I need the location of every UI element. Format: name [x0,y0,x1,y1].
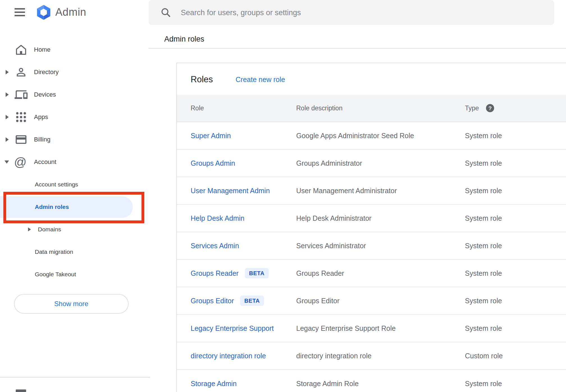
column-header-type: Type [465,104,479,112]
role-link[interactable]: Legacy Enterprise Support [191,324,274,332]
role-description: Services Administrator [296,242,366,250]
sidebar-item-label: Apps [34,113,48,121]
table-row: Groups Editor BETA Groups Editor System … [177,287,566,315]
devices-icon [15,88,28,101]
role-type: System role [465,324,502,332]
sidebar-item-label: Devices [34,91,56,98]
role-link[interactable]: Super Admin [191,132,231,140]
sidebar-item-label: Home [34,46,51,53]
table-header-row: Role Role description Type ? [177,95,566,122]
table-row: User Management Admin User Management Ad… [177,177,566,205]
sidebar-item-devices[interactable]: Devices [0,83,149,106]
table-row: Groups Reader BETA Groups Reader System … [177,260,566,287]
role-link[interactable]: User Management Admin [191,187,270,195]
sidebar-item-account-settings[interactable]: Account settings [0,173,149,196]
chevron-right-icon [6,137,9,142]
chevron-right-icon [6,92,9,97]
help-icon[interactable]: ? [486,104,494,112]
show-more-button[interactable]: Show more [14,294,129,314]
role-type: System role [465,269,502,277]
sidebar-subitem-label: Domains [38,226,61,233]
sidebar-item-home[interactable]: Home [0,38,149,61]
sidebar-subitem-label: Data migration [35,249,73,255]
sidebar-item-apps[interactable]: Apps [0,106,149,128]
chevron-right-icon [6,70,9,74]
sidebar-item-domains[interactable]: Domains [0,218,149,241]
sidebar-item-label: Billing [34,136,51,143]
role-type: System role [465,380,502,388]
at-sign-icon: @ [14,155,27,169]
person-icon [15,66,28,79]
role-type: System role [465,132,502,140]
breadcrumb: Admin roles [164,34,204,44]
hamburger-menu-icon[interactable] [15,8,25,16]
role-link[interactable]: Help Desk Admin [191,214,245,222]
sidebar-subitem-label: Admin roles [35,204,69,210]
role-link[interactable]: Groups Reader [191,269,239,277]
apps-grid-icon [15,111,28,124]
sidebar-subitem-label: Account settings [35,181,78,188]
header-divider [149,48,566,49]
beta-badge: BETA [240,296,264,306]
show-more-label: Show more [54,300,88,308]
chevron-right-icon [28,227,31,231]
sidebar: Admin Home Directory [0,0,149,392]
beta-badge: BETA [245,268,269,279]
table-row: Help Desk Admin Help Desk Administrator … [177,205,566,232]
role-link[interactable]: Groups Editor [191,297,234,305]
role-link[interactable]: directory integration role [191,352,266,360]
role-link[interactable]: Services Admin [191,242,239,250]
role-link[interactable]: Groups Admin [191,159,235,167]
table-row: Legacy Enterprise Support Legacy Enterpr… [177,315,566,342]
table-row: Groups Admin Groups Administrator System… [177,150,566,177]
admin-console-screen: Admin Home Directory [0,0,566,392]
table-row: Services Admin Services Administrator Sy… [177,232,566,260]
chevron-right-icon [6,115,9,119]
chevron-down-icon [4,161,9,164]
search-bar[interactable] [149,0,554,25]
role-description: Legacy Enterprise Support Role [296,324,396,332]
role-type: System role [465,297,502,305]
column-header-role: Role [191,104,204,112]
app-title: Admin [55,6,86,18]
role-description: Storage Admin Role [296,380,359,388]
role-description: Groups Reader [296,269,344,277]
page-title: Roles [191,74,213,85]
role-description: User Management Administrator [296,187,397,195]
sidebar-item-admin-roles[interactable]: Admin roles [0,196,149,218]
role-description: Help Desk Administrator [296,214,371,222]
role-type: System role [465,214,502,222]
home-icon [15,43,28,56]
admin-logo-icon [36,4,51,20]
role-description: directory integration role [296,352,371,360]
sidebar-bottom-divider [0,377,150,378]
role-type: System role [465,159,502,167]
sidebar-item-label: Account [34,158,56,166]
sidebar-item-data-migration[interactable]: Data migration [0,241,149,263]
table-row: Storage Admin Storage Admin Role System … [177,370,566,392]
sidebar-item-directory[interactable]: Directory [0,61,149,83]
role-type: System role [465,187,502,195]
sidebar-item-google-takeout[interactable]: Google Takeout [0,263,149,286]
create-new-role-link[interactable]: Create new role [236,76,285,84]
sidebar-item-billing[interactable]: Billing [0,128,149,151]
role-type: System role [465,242,502,250]
table-row: Super Admin Google Apps Administrator Se… [177,122,566,150]
sidebar-item-account[interactable]: @ Account [0,151,149,173]
roles-card: Roles Create new role Role Role descript… [176,63,566,392]
credit-card-icon [15,133,28,146]
sidebar-item-label: Directory [34,69,59,76]
role-description: Groups Editor [296,297,339,305]
partial-bottom-icon [16,389,26,392]
role-type: Custom role [465,352,503,360]
sidebar-subitem-label: Google Takeout [35,271,76,278]
column-header-description: Role description [296,104,343,112]
role-description: Google Apps Administrator Seed Role [296,132,414,140]
role-description: Groups Administrator [296,159,362,167]
role-link[interactable]: Storage Admin [191,380,237,388]
table-row: directory integration role directory int… [177,342,566,370]
search-icon [160,7,171,19]
search-input[interactable] [180,0,541,26]
